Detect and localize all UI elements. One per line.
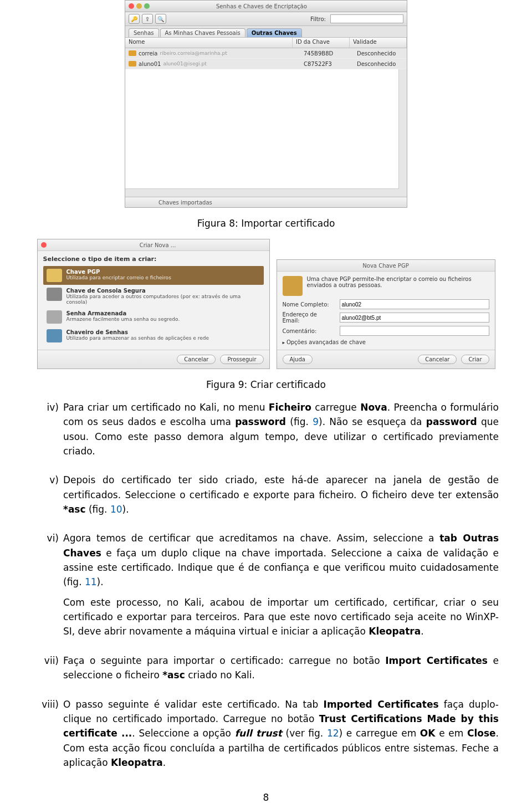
minimize-icon[interactable] bbox=[136, 3, 142, 9]
dialog-subtitle: Seleccione o tipo de item a criar: bbox=[43, 255, 264, 263]
paragraph: Agora temos de certificar que acreditamo… bbox=[63, 531, 499, 589]
create-button[interactable]: Criar bbox=[461, 355, 489, 364]
col-name[interactable]: Nome bbox=[125, 38, 293, 48]
filter-input[interactable] bbox=[330, 14, 403, 23]
close-icon[interactable] bbox=[129, 3, 134, 9]
status-bar: Chaves importadas bbox=[125, 197, 407, 207]
scrollbar-horizontal[interactable] bbox=[125, 188, 399, 197]
tool-keys-icon[interactable]: 🔑 bbox=[129, 14, 140, 24]
cancel-button[interactable]: Cancelar bbox=[177, 355, 216, 364]
table-header: Nome ID da Chave Validade bbox=[125, 38, 407, 48]
tab-bar: Senhas As Minhas Chaves Pessoais Outras … bbox=[125, 26, 407, 38]
tool-search-icon[interactable]: 🔍 bbox=[155, 14, 166, 24]
list-item: v) Depois do certificado ter sido criado… bbox=[33, 473, 499, 522]
col-validity[interactable]: Validade bbox=[350, 38, 407, 48]
lock-icon bbox=[47, 310, 62, 324]
advanced-toggle[interactable]: Opções avançadas de chave bbox=[283, 339, 489, 345]
list-item: vi) Agora temos de certificar que acredi… bbox=[33, 531, 499, 644]
pgp-key-icon bbox=[47, 269, 62, 282]
help-button[interactable]: Ajuda bbox=[283, 355, 313, 364]
table-row[interactable]: aluno01 aluno01@isegi.pt C87522F3 Descon… bbox=[125, 59, 407, 69]
window-titlebar: Senhas e Chaves de Encriptação bbox=[125, 1, 407, 12]
table-empty-area bbox=[125, 69, 407, 197]
toolbar: 🔑 ⇪ 🔍 Filtro: bbox=[125, 12, 407, 26]
tab-my-keys[interactable]: As Minhas Chaves Pessoais bbox=[160, 28, 245, 37]
comment-label: Comentário: bbox=[283, 328, 335, 334]
window-title: Senhas e Chaves de Encriptação bbox=[216, 3, 307, 9]
list-item: vii) Faça o seguinte para importar o cer… bbox=[33, 653, 499, 688]
dialog-new-pgp: Nova Chave PGP Uma chave PGP permite-lhe… bbox=[277, 259, 495, 369]
paragraph: Para criar um certificado no Kali, no me… bbox=[63, 400, 499, 458]
paragraph: Depois do certificado ter sido criado, e… bbox=[63, 473, 499, 516]
col-id[interactable]: ID da Chave bbox=[293, 38, 350, 48]
option-stored-password[interactable]: Senha ArmazenadaArmazene facilmente uma … bbox=[43, 308, 264, 326]
key-icon bbox=[129, 61, 136, 67]
option-ssh-key[interactable]: Chave de Consola SeguraUtilizada para ac… bbox=[43, 285, 264, 308]
name-label: Nome Completo: bbox=[283, 301, 335, 308]
folder-icon bbox=[47, 329, 62, 342]
option-keyring[interactable]: Chaveiro de SenhasUtilizado para armazen… bbox=[43, 326, 264, 345]
option-pgp-key[interactable]: Chave PGPUtilizada para encriptar correi… bbox=[43, 266, 264, 285]
paragraph: O passo seguinte é validar este certific… bbox=[63, 697, 499, 770]
close-icon[interactable] bbox=[41, 242, 47, 248]
comment-input[interactable] bbox=[340, 326, 489, 336]
tab-passwords[interactable]: Senhas bbox=[129, 28, 159, 37]
list-item: iv) Para criar um certificado no Kali, n… bbox=[33, 400, 499, 464]
window-keys: Senhas e Chaves de Encriptação 🔑 ⇪ 🔍 Fil… bbox=[125, 0, 407, 208]
dialog-create-new: Criar Nova ... Seleccione o tipo de item… bbox=[37, 239, 270, 369]
figure-caption-9: Figura 9: Criar certificado bbox=[33, 379, 499, 390]
pgp-icon bbox=[283, 276, 303, 296]
page-number: 8 bbox=[33, 792, 499, 803]
list-item: viii) O passo seguinte é validar este ce… bbox=[33, 697, 499, 776]
scrollbar-vertical[interactable] bbox=[398, 69, 407, 197]
filter-label: Filtro: bbox=[310, 16, 326, 22]
key-icon bbox=[129, 50, 136, 56]
maximize-icon[interactable] bbox=[144, 3, 150, 9]
paragraph: Com este processo, no Kali, acabou de im… bbox=[63, 595, 499, 639]
tool-export-icon[interactable]: ⇪ bbox=[142, 14, 153, 24]
tab-other-keys[interactable]: Outras Chaves bbox=[247, 28, 302, 37]
cancel-button[interactable]: Cancelar bbox=[418, 355, 457, 364]
table-row[interactable]: correia ribeiro.correia@marinha.pt 745B9… bbox=[125, 48, 407, 59]
terminal-icon bbox=[47, 288, 62, 301]
paragraph: Faça o seguinte para importar o certific… bbox=[63, 653, 499, 683]
name-input[interactable] bbox=[340, 299, 489, 309]
email-label: Endereço de Email: bbox=[283, 311, 335, 324]
figure-caption-8: Figura 8: Importar certificado bbox=[33, 218, 499, 229]
email-input[interactable] bbox=[340, 313, 489, 323]
continue-button[interactable]: Prosseguir bbox=[220, 355, 263, 364]
